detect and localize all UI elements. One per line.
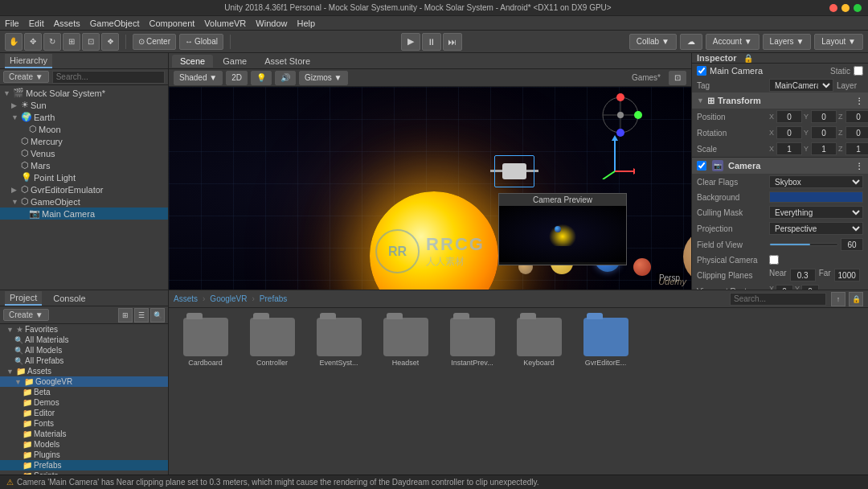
clear-flags-select[interactable]: Skybox (769, 175, 863, 188)
breadcrumb-googlevr[interactable]: GoogleVR (210, 294, 247, 303)
pt-beta[interactable]: 📁 Beta (0, 387, 168, 397)
collab-button[interactable]: Collab ▼ (629, 34, 677, 50)
step-button[interactable]: ⏭ (443, 33, 462, 51)
menu-volumevr[interactable]: VolumeVR (204, 18, 246, 28)
pt-assets[interactable]: ▼ 📁 Assets (0, 366, 168, 376)
hierarchy-tab[interactable]: Hierarchy (5, 54, 52, 68)
menu-window[interactable]: Window (256, 18, 287, 28)
scale-x[interactable] (776, 142, 802, 155)
asset-eventsystem[interactable]: EventSyst... (309, 314, 369, 370)
asset-gvreditor[interactable]: GvrEditorE... (575, 314, 636, 370)
tag-select[interactable]: MainCamera (769, 79, 833, 92)
menu-component[interactable]: Component (149, 18, 194, 28)
asset-store-tab[interactable]: Asset Store (256, 55, 318, 68)
play-button[interactable]: ▶ (401, 33, 420, 51)
pos-z[interactable] (845, 110, 868, 123)
asset-instantprev[interactable]: InstantPrev... (442, 314, 502, 370)
asset-lock-btn[interactable]: 🔒 (849, 292, 863, 306)
hierarchy-search[interactable] (52, 71, 165, 84)
culling-mask-select[interactable]: Everything (769, 206, 863, 219)
project-create-btn[interactable]: Create ▼ (3, 309, 49, 321)
pt-googlevr[interactable]: ▼ 📁 GoogleVR (0, 376, 168, 387)
h-scene-root[interactable]: ▼ 🎬 Mock Solar System* (0, 87, 168, 99)
pos-x[interactable] (776, 110, 802, 123)
pos-y[interactable] (811, 110, 837, 123)
pt-scripts[interactable]: 📁 Scripts (0, 471, 168, 475)
asset-controller[interactable]: Controller (242, 314, 302, 370)
pt-all-materials[interactable]: 🔍 All Materials (0, 335, 168, 345)
vp-y[interactable] (801, 285, 819, 290)
rot-z[interactable] (845, 126, 868, 139)
h-gvr-emulator[interactable]: ▶ ⬡ GvrEditorEmulator (0, 183, 168, 195)
minimize-button[interactable] (841, 4, 850, 12)
scale-tool[interactable]: ⊞ (63, 33, 80, 51)
pt-favorites[interactable]: ▼ ★ Favorites (0, 324, 168, 335)
account-button[interactable]: Account ▼ (706, 34, 760, 50)
h-gameobject[interactable]: ▼ ⬡ GameObject (0, 195, 168, 208)
lights-btn[interactable]: 💡 (251, 71, 272, 85)
layout-button[interactable]: Layout ▼ (814, 34, 863, 50)
game-tab[interactable]: Game (215, 55, 255, 68)
pt-demos[interactable]: 📁 Demos (0, 397, 168, 408)
rot-x[interactable] (776, 126, 802, 139)
shaded-btn[interactable]: Shaded ▼ (174, 71, 223, 85)
space-global-btn[interactable]: ↔ Global (179, 34, 223, 50)
h-moon[interactable]: ⬡ Moon (0, 123, 168, 135)
project-icon-view-btn[interactable]: ⊞ (118, 308, 133, 323)
move-tool[interactable]: ✥ (24, 33, 42, 51)
mars-object[interactable] (633, 258, 651, 276)
multi-tool[interactable]: ❖ (101, 33, 119, 51)
far-value[interactable] (834, 269, 860, 281)
h-mars[interactable]: ⬡ Mars (0, 159, 168, 171)
pt-all-prefabs[interactable]: 🔍 All Prefabs (0, 355, 168, 366)
rotate-tool[interactable]: ↻ (43, 33, 61, 51)
pt-fonts[interactable]: 📁 Fonts (0, 418, 168, 429)
layers-button[interactable]: Layers ▼ (763, 34, 812, 50)
2d-btn[interactable]: 2D (226, 71, 248, 85)
asset-keyboard[interactable]: Keyboard (509, 314, 569, 370)
hand-tool[interactable]: ✋ (5, 33, 23, 51)
gizmos-btn[interactable]: Gizmos ▼ (299, 71, 348, 85)
h-mercury[interactable]: ⬡ Mercury (0, 135, 168, 147)
asset-up-btn[interactable]: ↑ (831, 292, 845, 306)
pt-all-models[interactable]: 🔍 All Models (0, 345, 168, 355)
pause-button[interactable]: ⏸ (422, 33, 441, 51)
physical-camera-cb[interactable] (769, 255, 779, 265)
transform-title[interactable]: ▼ ⊞ Transform ⋮ (692, 92, 868, 109)
background-color-field[interactable] (769, 191, 863, 203)
pivot-center-btn[interactable]: ⊙ Center (133, 34, 176, 50)
pt-materials[interactable]: 📁 Materials (0, 429, 168, 439)
scale-y[interactable] (811, 142, 837, 155)
fov-value[interactable] (841, 238, 863, 251)
pt-prefabs[interactable]: 📁 Prefabs (0, 460, 168, 471)
asset-headset[interactable]: Headset (375, 314, 436, 370)
scene-viewport[interactable]: Persp Camera Preview RR RRCG 人人素材 Udemy (169, 87, 691, 290)
transform-settings-icon[interactable]: ⋮ (855, 97, 863, 105)
asset-cardboard[interactable]: Cardboard (175, 314, 235, 370)
rect-tool[interactable]: ⊡ (82, 33, 100, 51)
camera-enabled-cb[interactable] (697, 161, 706, 171)
project-list-view-btn[interactable]: ☰ (134, 308, 149, 323)
lock-icon[interactable]: 🔒 (743, 54, 753, 63)
project-tab[interactable]: Project (5, 291, 42, 306)
near-value[interactable] (790, 269, 816, 281)
scene-tab[interactable]: Scene (172, 55, 213, 68)
camera-title[interactable]: 📷 Camera ⋮ (692, 158, 868, 174)
h-point-light[interactable]: 💡 Point Light (0, 171, 168, 183)
menu-assets[interactable]: Assets (54, 18, 80, 28)
pt-models[interactable]: 📁 Models (0, 439, 168, 450)
rot-y[interactable] (811, 126, 837, 139)
static-checkbox[interactable] (854, 66, 863, 76)
h-venus[interactable]: ⬡ Venus (0, 147, 168, 159)
hierarchy-create-btn[interactable]: Create ▼ (3, 71, 49, 83)
audio-btn[interactable]: 🔊 (275, 71, 296, 85)
h-earth[interactable]: ▼ 🌍 Earth (0, 111, 168, 123)
obj-active-checkbox[interactable] (697, 66, 706, 76)
camera-settings-icon[interactable]: ⋮ (855, 162, 863, 171)
project-search-btn[interactable]: 🔍 (150, 308, 165, 323)
scale-z[interactable] (845, 142, 868, 155)
breadcrumb-assets[interactable]: Assets (174, 294, 198, 303)
cloud-button[interactable]: ☁ (680, 34, 702, 50)
maximize-button[interactable] (854, 4, 862, 12)
asset-search-input[interactable] (730, 293, 826, 306)
